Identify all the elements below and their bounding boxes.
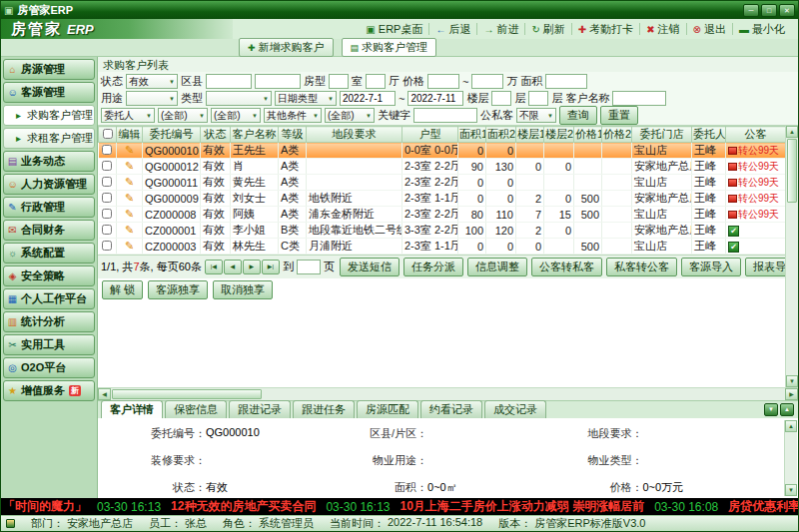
assign-task-button[interactable]: 任务分派	[403, 258, 463, 276]
edit-pencil-icon[interactable]: ✎	[125, 144, 134, 156]
send-sms-button[interactable]: 发送短信	[340, 258, 400, 276]
window-close-button[interactable]: ✕	[779, 4, 795, 17]
table-row[interactable]: ✎QG000011有效黄先生A类2-3室 2-2厅00宝山店王峰转公99天	[99, 175, 786, 191]
detail-tab-followup-records[interactable]: 跟进记录	[229, 400, 291, 418]
column-header-14[interactable]: 委托人	[692, 127, 726, 143]
sidebar-item-housing-management[interactable]: ⌂房源管理	[3, 59, 95, 80]
sidebar-item-rent-customer-management[interactable]: ▸求租客户管理	[3, 128, 95, 149]
filter-all-select-1[interactable]: (全部)▼	[158, 108, 208, 123]
detail-tab-customer-detail[interactable]: 客户详情	[101, 400, 163, 418]
column-header-13[interactable]: 委托门店	[632, 127, 692, 143]
price-min-input[interactable]	[427, 74, 459, 89]
attendance-button[interactable]: ✚考勤打卡	[573, 21, 638, 38]
scroll-right-button[interactable]: ▶	[785, 388, 798, 400]
page-next-button[interactable]: ▶	[243, 260, 261, 274]
detail-tab-property-match[interactable]: 房源匹配	[357, 400, 418, 418]
use-select[interactable]: ▼	[126, 91, 178, 106]
column-header-6[interactable]: 户型	[402, 127, 458, 143]
row-checkbox[interactable]	[102, 145, 112, 155]
filter-all-select-3[interactable]: (全部)▼	[325, 108, 375, 123]
size-input[interactable]	[545, 74, 587, 89]
table-row[interactable]: ✎CZ000003有效林先生C类月浦附近2-3室 1-1厅000500宝山店王峰…	[99, 239, 786, 255]
column-header-0[interactable]: 编辑	[117, 127, 143, 143]
column-header-9[interactable]: 楼层1	[516, 127, 544, 143]
scrollbar-track[interactable]	[785, 432, 797, 484]
back-button[interactable]: ←后退	[430, 21, 475, 38]
sidebar-item-purchase-customer-management[interactable]: ▸求购客户管理	[3, 105, 95, 126]
detail-tab-confidential-info[interactable]: 保密信息	[165, 400, 227, 418]
sidebar-item-system-config[interactable]: ☼系统配置	[3, 243, 95, 264]
table-vertical-scrollbar[interactable]: ▲ ▼	[785, 126, 798, 387]
goto-page-input[interactable]	[297, 260, 321, 274]
new-purchase-customer-button[interactable]: ✚ 新增求购客户	[239, 38, 334, 57]
query-button[interactable]: 查询	[559, 106, 597, 125]
row-checkbox[interactable]	[102, 209, 112, 219]
edit-pencil-icon[interactable]: ✎	[125, 192, 134, 204]
type-select[interactable]: ▼	[206, 91, 272, 106]
sidebar-item-business-activity[interactable]: ▤业务动态	[3, 151, 95, 172]
scroll-up-button[interactable]: ▲	[785, 420, 797, 432]
table-row[interactable]: ✎QG000012有效肖A类2-3室 2-2厅9013000安家地产总店王峰转公…	[99, 159, 786, 175]
halls-input[interactable]	[366, 74, 386, 89]
sidebar-item-customer-management[interactable]: ☺客源管理	[3, 82, 95, 103]
edit-pencil-icon[interactable]: ✎	[125, 160, 134, 172]
status-select[interactable]: 有效▼	[126, 74, 178, 89]
exit-button[interactable]: ⊗退出	[688, 21, 731, 38]
row-checkbox[interactable]	[102, 177, 112, 187]
row-checkbox[interactable]	[102, 193, 112, 203]
date-to-input[interactable]	[407, 91, 463, 106]
window-minimize-button[interactable]: ─	[743, 4, 759, 17]
table-horizontal-scrollbar[interactable]: ◀ ▶	[98, 387, 798, 400]
refresh-button[interactable]: ↻刷新	[526, 21, 569, 38]
district-input[interactable]	[206, 74, 252, 89]
column-header-7[interactable]: 面积1	[458, 127, 486, 143]
scroll-down-button[interactable]: ▼	[786, 375, 798, 387]
hscrollbar-track[interactable]	[111, 388, 785, 400]
date-type-select[interactable]: 日期类型▼	[275, 91, 337, 106]
column-header-11[interactable]: 价格1	[574, 127, 602, 143]
row-checkbox[interactable]	[102, 161, 112, 171]
column-header-12[interactable]: 价格2	[602, 127, 632, 143]
block-input[interactable]	[255, 74, 301, 89]
column-header-4[interactable]: 等级	[279, 127, 307, 143]
detail-tab-viewing-records[interactable]: 约看记录	[420, 400, 482, 418]
unlock-button[interactable]: 解 锁	[102, 280, 143, 299]
column-header-2[interactable]: 状态	[201, 127, 231, 143]
private-to-public-button[interactable]: 私客转公客	[606, 258, 677, 276]
sidebar-item-utilities[interactable]: ✂实用工具	[3, 334, 95, 355]
keyword-input[interactable]	[413, 108, 477, 123]
detail-vertical-scrollbar[interactable]: ▲ ▼	[784, 420, 797, 496]
column-header-3[interactable]: 客户名称	[231, 127, 279, 143]
table-row[interactable]: ✎QG000009有效刘女士A类地铁附近2-3室 1-1厅0020500安家地产…	[99, 191, 786, 207]
hscrollbar-thumb[interactable]	[112, 389, 262, 399]
floor-max-input[interactable]	[528, 91, 548, 106]
table-row[interactable]: ✎QG000010有效王先生A类0-0室 0-0厅00宝山店王峰转公99天	[99, 143, 786, 159]
column-header-5[interactable]: 地段要求	[307, 127, 402, 143]
sidebar-item-personal-workspace[interactable]: ▦个人工作平台	[3, 288, 95, 309]
table-row[interactable]: ✎CZ000008有效阿姨A类浦东金桥附近2-3室 2-2厅8011071550…	[99, 207, 786, 223]
column-header-1[interactable]: 委托编号	[143, 127, 201, 143]
public-private-select[interactable]: 不限▼	[516, 108, 556, 123]
scroll-up-button[interactable]: ▲	[786, 126, 798, 138]
column-header-8[interactable]: 面积2	[486, 127, 516, 143]
filter-all-select-2[interactable]: (全部)▼	[211, 108, 261, 123]
scroll-left-button[interactable]: ◀	[98, 388, 111, 400]
logout-button[interactable]: ✖注销	[641, 21, 684, 38]
sidebar-item-hr-management[interactable]: ☺人力资源管理	[3, 174, 95, 195]
minimize-button[interactable]: ▬最小化	[734, 21, 790, 38]
scrollbar-thumb[interactable]	[787, 139, 797, 203]
sidebar-item-o2o-platform[interactable]: ◎O2O平台	[3, 357, 95, 378]
edit-pencil-icon[interactable]: ✎	[125, 240, 134, 252]
column-header-15[interactable]: 公客	[726, 127, 786, 143]
exclusive-button[interactable]: 客源独享	[148, 280, 208, 299]
reset-button[interactable]: 重置	[600, 106, 638, 125]
page-first-button[interactable]: |◀	[205, 260, 223, 274]
price-max-input[interactable]	[471, 74, 503, 89]
customer-name-input[interactable]	[612, 91, 666, 106]
scrollbar-track[interactable]	[786, 204, 798, 375]
date-from-input[interactable]	[340, 91, 396, 106]
agent-select[interactable]: 委托人▼	[101, 108, 155, 123]
select-all-checkbox[interactable]	[103, 129, 113, 139]
other-condition-select[interactable]: 其他条件▼	[264, 108, 322, 123]
erp-desktop-button[interactable]: ▣ERP桌面	[361, 21, 427, 38]
